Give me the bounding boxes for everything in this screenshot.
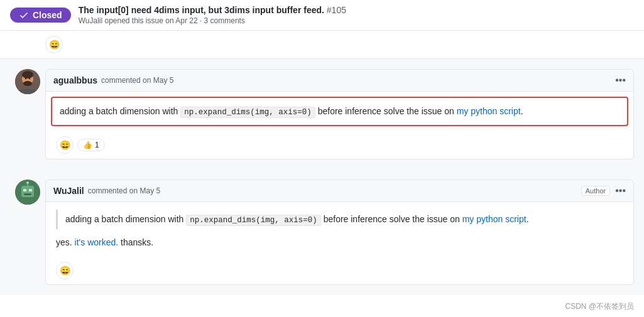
more-menu-agualbbus[interactable]: ••• [615,75,626,86]
comment-agualbbus: agualbbus commented on May 5 ••• adding … [0,59,644,169]
watermark: CSDN @不依签到员 [565,301,634,312]
page-wrapper: Closed The input[0] need 4dims input, bu… [0,0,644,317]
author-badge: Author [581,186,610,196]
issue-meta: WuJalil opened this issue on Apr 22 · 3 … [79,16,346,25]
comment-body-agualbbus: adding a batch dimension with np.expand_… [51,97,628,126]
emoji-smiley-agualbbus[interactable]: 😄 [56,136,74,154]
issue-title: The input[0] need 4dims input, but 3dims… [79,5,346,15]
thanks-text: yes. it's worked. thansks. [56,235,623,249]
comment-header-agualbbus: agualbbus commented on May 5 ••• [46,70,633,92]
reaction-row-wujalil: 😄 [46,257,633,284]
avatar-wujalil [15,180,40,205]
comment-date-wujalil: commented on May 5 [88,186,160,195]
code-snippet-1: np.expand_dims(img, axis=0) [180,107,315,118]
issue-header: Closed The input[0] need 4dims input, bu… [0,0,644,31]
link-quote-script[interactable]: my python script [462,214,527,224]
badge-label: Closed [33,10,62,20]
svg-point-5 [29,78,30,79]
comment-card-wujalil: WuJalil commented on May 5 Author ••• ad… [45,180,634,285]
reaction-thumbs-up-agualbbus[interactable]: 👍 1 [77,139,105,151]
closed-badge: Closed [10,8,71,23]
comment-header-left-wujalil: WuJalil commented on May 5 [53,186,160,196]
comment-header-right-agualbbus: ••• [615,75,626,86]
comment-author-wujalil[interactable]: WuJalil [53,186,84,196]
comment-wujalil: WuJalil commented on May 5 Author ••• ad… [0,169,644,295]
svg-point-13 [26,181,29,184]
svg-rect-11 [24,193,31,195]
comment-header-left-agualbbus: agualbbus commented on May 5 [53,75,173,85]
comment-card-agualbbus: agualbbus commented on May 5 ••• adding … [45,69,634,159]
issue-title-area: The input[0] need 4dims input, but 3dims… [79,5,346,25]
avatar-col-agualbbus [10,69,45,169]
avatar-agualbbus [15,69,40,94]
comment-body-wujalil: adding a batch dimension with np.expand_… [46,202,633,257]
reaction-count-agualbbus: 1 [95,141,99,149]
comment-text-agualbbus: adding a batch dimension with np.expand_… [60,104,619,119]
emoji-button-top[interactable]: 😄 [45,36,63,53]
emoji-smiley-wujalil[interactable]: 😄 [56,262,74,279]
comment-header-right-wujalil: Author ••• [581,185,626,196]
avatar-col-wujalil [10,180,45,295]
link-python-script[interactable]: my python script [457,106,521,116]
svg-point-4 [25,78,26,79]
comment-header-wujalil: WuJalil commented on May 5 Author ••• [46,180,633,202]
svg-rect-14 [23,198,33,205]
svg-point-3 [23,81,32,86]
comment-author-agualbbus[interactable]: agualbbus [53,75,97,85]
svg-rect-8 [21,186,34,197]
svg-rect-9 [23,189,26,191]
svg-rect-6 [20,89,35,94]
more-menu-wujalil[interactable]: ••• [615,185,626,196]
svg-rect-10 [29,189,32,191]
check-icon [19,10,29,20]
comment-date-agualbbus: commented on May 5 [101,76,173,85]
link-worked[interactable]: it's worked. [75,237,119,247]
reaction-row-agualbbus: 😄 👍 1 [46,131,633,159]
quote-text-wujalil: adding a batch dimension with np.expand_… [65,212,616,227]
quote-block-wujalil: adding a batch dimension with np.expand_… [56,210,623,229]
code-snippet-quote: np.expand_dims(img, axis=0) [186,215,321,226]
svg-point-2 [22,71,33,78]
emoji-row-top: 😄 [0,31,644,59]
